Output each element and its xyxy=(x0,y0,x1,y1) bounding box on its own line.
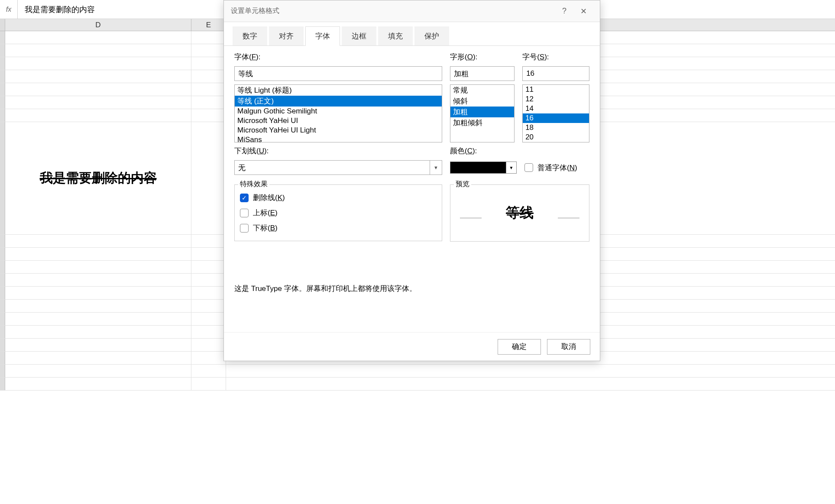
cell[interactable] xyxy=(5,109,191,122)
list-item[interactable]: 等线 Light (标题) xyxy=(235,85,442,96)
cell[interactable] xyxy=(5,57,191,70)
tab-number[interactable]: 数字 xyxy=(233,26,267,45)
underline-label: 下划线(U): xyxy=(234,146,442,156)
color-swatch xyxy=(450,162,506,174)
cell[interactable] xyxy=(5,313,191,325)
checkbox-icon xyxy=(240,224,249,233)
list-item[interactable]: 等线 (正文) xyxy=(235,96,442,107)
cell[interactable] xyxy=(191,261,226,273)
font-input[interactable] xyxy=(234,66,442,81)
list-item[interactable]: 20 xyxy=(523,132,589,142)
list-item[interactable]: 14 xyxy=(523,104,589,113)
list-item[interactable]: 倾斜 xyxy=(450,96,514,107)
checkbox-icon xyxy=(240,209,249,217)
selected-cell[interactable]: 我是需要删除的内容 xyxy=(5,122,191,234)
cell[interactable] xyxy=(191,57,226,70)
cell[interactable] xyxy=(191,352,226,364)
size-input[interactable] xyxy=(522,66,589,81)
tab-protection[interactable]: 保护 xyxy=(414,26,449,45)
fx-label[interactable]: fx xyxy=(0,6,17,13)
tab-alignment[interactable]: 对齐 xyxy=(269,26,304,45)
format-cells-dialog: 设置单元格格式 ? ✕ 数字 对齐 字体 边框 填充 保护 字体(F): 等线 … xyxy=(223,0,600,361)
cell[interactable] xyxy=(191,274,226,286)
cell[interactable] xyxy=(5,274,191,286)
cell[interactable] xyxy=(5,365,191,377)
cell-text: 我是需要删除的内容 xyxy=(40,169,157,187)
cell[interactable] xyxy=(191,326,226,338)
font-listbox[interactable]: 等线 Light (标题) 等线 (正文) Malgun Gothic Semi… xyxy=(234,84,442,142)
list-item[interactable]: 18 xyxy=(523,123,589,132)
help-button[interactable]: ? xyxy=(555,2,574,21)
dialog-titlebar[interactable]: 设置单元格格式 ? ✕ xyxy=(224,0,600,22)
tab-border[interactable]: 边框 xyxy=(342,26,376,45)
superscript-checkbox[interactable]: 上标(E) xyxy=(240,205,437,220)
cell[interactable] xyxy=(5,44,191,57)
cell[interactable] xyxy=(191,287,226,299)
cell[interactable] xyxy=(191,70,226,83)
list-item[interactable]: 加粗 xyxy=(450,107,514,117)
cancel-button[interactable]: 取消 xyxy=(547,339,590,355)
cell[interactable] xyxy=(5,70,191,83)
cell[interactable] xyxy=(5,287,191,299)
cell[interactable] xyxy=(191,44,226,57)
style-input[interactable] xyxy=(450,66,515,81)
cell[interactable] xyxy=(191,31,226,44)
close-button[interactable]: ✕ xyxy=(574,2,593,21)
cell[interactable] xyxy=(191,109,226,122)
cell[interactable] xyxy=(191,83,226,96)
cell[interactable] xyxy=(5,326,191,338)
cell[interactable] xyxy=(191,300,226,312)
cell[interactable] xyxy=(191,96,226,109)
checkbox-label: 下标(B) xyxy=(253,223,278,233)
cell[interactable] xyxy=(5,339,191,351)
cell[interactable] xyxy=(5,31,191,44)
cell[interactable] xyxy=(5,352,191,364)
cell[interactable] xyxy=(191,235,226,247)
list-item[interactable]: MiSans xyxy=(235,135,442,142)
dialog-title: 设置单元格格式 xyxy=(231,6,555,16)
preview-text: 等线 xyxy=(506,204,534,223)
cell[interactable] xyxy=(191,313,226,325)
normal-font-checkbox[interactable]: 普通字体(N) xyxy=(524,160,589,175)
list-item[interactable]: Microsoft YaHei UI Light xyxy=(235,126,442,135)
list-item[interactable]: Malgun Gothic Semilight xyxy=(235,107,442,116)
cell[interactable] xyxy=(5,248,191,260)
color-picker[interactable]: ▼ xyxy=(450,160,517,175)
checkbox-label: 上标(E) xyxy=(253,208,278,218)
cell[interactable] xyxy=(5,96,191,109)
list-item[interactable]: 11 xyxy=(523,85,589,94)
cell[interactable] xyxy=(5,300,191,312)
list-item[interactable]: 12 xyxy=(523,94,589,104)
column-header-d[interactable]: D xyxy=(5,19,191,31)
chevron-down-icon: ▼ xyxy=(506,162,517,174)
cell[interactable] xyxy=(5,261,191,273)
checkbox-icon: ✓ xyxy=(240,194,249,202)
subscript-checkbox[interactable]: 下标(B) xyxy=(240,220,437,236)
tab-font[interactable]: 字体 xyxy=(305,26,340,46)
preview-label: 预览 xyxy=(454,180,471,189)
dialog-tabs: 数字 对齐 字体 边框 填充 保护 xyxy=(224,22,600,46)
cell[interactable] xyxy=(191,365,226,377)
underline-select[interactable] xyxy=(234,160,442,175)
checkbox-label: 普通字体(N) xyxy=(537,163,577,173)
tab-fill[interactable]: 填充 xyxy=(378,26,413,45)
truetype-info: 这是 TrueType 字体。屏幕和打印机上都将使用该字体。 xyxy=(234,284,442,294)
cell[interactable] xyxy=(5,83,191,96)
list-item[interactable]: Microsoft YaHei UI xyxy=(235,116,442,126)
corner-stub[interactable] xyxy=(0,19,5,31)
size-listbox[interactable]: 11 12 14 16 18 20 xyxy=(522,84,589,142)
style-label: 字形(O): xyxy=(450,52,515,62)
cell[interactable] xyxy=(191,248,226,260)
column-header-e[interactable]: E xyxy=(191,19,226,31)
cell[interactable] xyxy=(191,378,226,390)
ok-button[interactable]: 确定 xyxy=(498,339,541,355)
cell[interactable] xyxy=(5,235,191,247)
cell[interactable] xyxy=(191,122,226,234)
list-item[interactable]: 常规 xyxy=(450,85,514,96)
strikethrough-checkbox[interactable]: ✓ 删除线(K) xyxy=(240,190,437,205)
cell[interactable] xyxy=(5,378,191,390)
list-item[interactable]: 加粗倾斜 xyxy=(450,117,514,128)
style-listbox[interactable]: 常规 倾斜 加粗 加粗倾斜 xyxy=(450,84,515,142)
list-item[interactable]: 16 xyxy=(523,113,589,123)
cell[interactable] xyxy=(191,339,226,351)
